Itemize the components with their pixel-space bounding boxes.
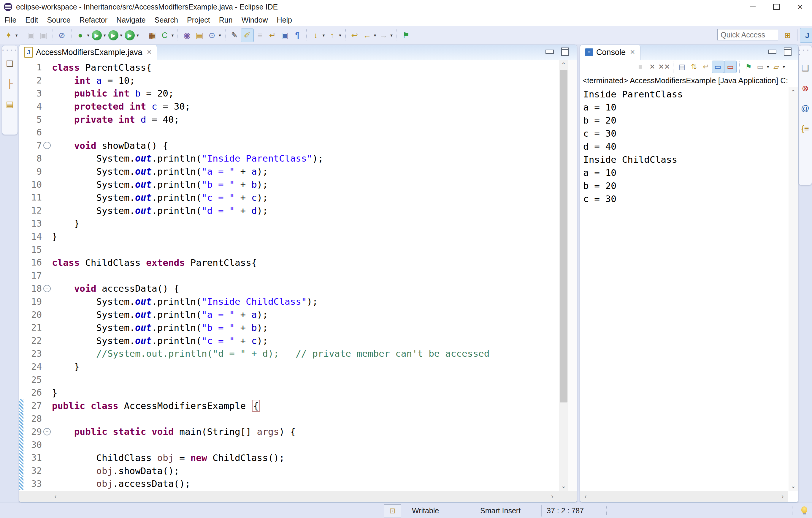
javadoc-view-icon[interactable]: @: [799, 101, 811, 116]
code-text[interactable]: }: [52, 231, 58, 242]
code-text[interactable]: protected int c = 30;: [52, 101, 191, 112]
open-resource-icon[interactable]: ▤: [193, 29, 206, 42]
code-text[interactable]: obj.accessData();: [52, 478, 191, 489]
coverage-icon[interactable]: ▶: [107, 29, 120, 42]
code-text[interactable]: System.out.println("c = " + c);: [52, 335, 268, 346]
console-output[interactable]: Inside ParentClassa = 10b = 20c = 30d = …: [580, 87, 788, 491]
open-console-dropdown-icon[interactable]: ▾: [783, 64, 785, 70]
new-wizard-icon[interactable]: ✦: [2, 29, 15, 42]
code-text[interactable]: void showData() {: [52, 140, 168, 151]
terminate-icon[interactable]: ■: [635, 61, 646, 73]
menu-window[interactable]: Window: [237, 13, 272, 26]
remove-all-terminated-icon[interactable]: ✕✕: [658, 61, 670, 73]
scroll-left-icon[interactable]: ‹: [580, 491, 591, 502]
previous-annotation-icon[interactable]: ↑: [326, 29, 338, 42]
maximize-view-icon[interactable]: [783, 48, 792, 56]
minimize-view-icon[interactable]: [768, 48, 777, 56]
forward-dropdown-icon[interactable]: ▾: [390, 33, 393, 38]
display-console-dropdown-icon[interactable]: ▾: [767, 64, 769, 70]
code-text[interactable]: }: [52, 361, 80, 372]
scroll-down-icon[interactable]: ⌄: [788, 481, 798, 491]
dock-handle[interactable]: ▪ ▪ ▪ ▪: [2, 48, 17, 52]
scroll-up-icon[interactable]: ⌃: [788, 87, 798, 97]
editor-horizontal-scrollbar[interactable]: ‹ ›: [19, 491, 577, 502]
save-all-icon[interactable]: ▣: [37, 29, 50, 42]
back-icon[interactable]: ←: [361, 29, 373, 42]
external-tools-icon[interactable]: ▶: [123, 29, 136, 42]
problems-view-icon[interactable]: ⊗: [799, 81, 811, 96]
debug-icon[interactable]: ●: [74, 29, 87, 42]
scroll-down-icon[interactable]: ⌄: [559, 481, 568, 491]
code-text[interactable]: public class AccessModifiersExample {: [52, 400, 260, 411]
status-tool-icon[interactable]: ⊡: [384, 505, 401, 517]
menu-run[interactable]: Run: [214, 13, 237, 26]
back-dropdown-icon[interactable]: ▾: [374, 33, 376, 38]
restore-views-icon[interactable]: ❏: [799, 60, 811, 76]
search-dropdown-icon[interactable]: ▾: [219, 33, 221, 38]
code-text[interactable]: System.out.println("b = " + b);: [52, 179, 268, 190]
scrollbar-thumb[interactable]: [560, 70, 568, 403]
open-type-icon[interactable]: ◉: [181, 29, 193, 42]
show-stderr-icon[interactable]: ▭: [724, 61, 736, 73]
menu-help[interactable]: Help: [272, 13, 296, 26]
new-java-class-dropdown-icon[interactable]: ▾: [172, 33, 174, 38]
scroll-up-icon[interactable]: ⌃: [559, 60, 568, 70]
word-wrap-icon[interactable]: ↵: [700, 61, 712, 73]
run-icon[interactable]: ▶: [90, 29, 103, 42]
previous-annotation-dropdown-icon[interactable]: ▾: [339, 33, 341, 38]
close-button[interactable]: ×: [788, 0, 812, 13]
new-wizard-dropdown-icon[interactable]: ▾: [16, 33, 18, 38]
format-icon[interactable]: ≡: [254, 29, 266, 42]
coverage-dropdown-icon[interactable]: ▾: [120, 33, 122, 38]
maximize-view-icon[interactable]: [561, 48, 570, 56]
code-text[interactable]: }: [52, 218, 80, 229]
java-perspective-button[interactable]: J: [800, 28, 812, 43]
declaration-view-icon[interactable]: {≡: [799, 121, 811, 136]
mark-occurrences-icon[interactable]: ✎: [228, 29, 241, 42]
next-annotation-icon[interactable]: ↓: [310, 29, 322, 42]
code-text[interactable]: System.out.println("b = " + b);: [52, 322, 268, 333]
console-horizontal-scrollbar[interactable]: ‹ ›: [580, 491, 788, 502]
code-editor[interactable]: 1class ParentClass{2 int a = 10;3 public…: [19, 60, 577, 491]
show-stdout-icon[interactable]: ▭: [712, 61, 724, 73]
code-text[interactable]: obj.showData();: [52, 465, 179, 476]
pin-editor-icon[interactable]: ⚑: [400, 29, 412, 42]
code-text[interactable]: void accessData() {: [52, 283, 179, 294]
status-grip[interactable]: [792, 507, 792, 515]
save-icon[interactable]: ▣: [25, 29, 37, 42]
fold-collapse-icon[interactable]: −: [42, 142, 52, 149]
code-text[interactable]: class ChildClass extends ParentClass{: [52, 257, 257, 268]
code-text[interactable]: ChildClass obj = new ChildClass();: [52, 452, 285, 463]
new-java-project-icon[interactable]: ▦: [146, 29, 158, 42]
code-text[interactable]: System.out.println("Inside ParentClass")…: [52, 153, 323, 164]
display-console-icon[interactable]: ▭: [754, 61, 766, 73]
code-text[interactable]: System.out.println("Inside ChildClass");: [52, 296, 318, 307]
new-java-class-icon[interactable]: C: [158, 29, 171, 42]
tab-close-icon[interactable]: ✕: [147, 48, 152, 56]
fold-collapse-icon[interactable]: −: [42, 428, 52, 435]
show-selected-element-icon[interactable]: ▣: [279, 29, 291, 42]
menu-project[interactable]: Project: [182, 13, 214, 26]
scroll-right-icon[interactable]: ›: [777, 491, 788, 502]
restore-views-icon[interactable]: ❏: [4, 56, 16, 71]
run-dropdown-icon[interactable]: ▾: [104, 33, 106, 38]
code-text[interactable]: private int d = 40;: [52, 114, 179, 125]
open-perspective-button[interactable]: ⊞: [781, 28, 795, 43]
next-annotation-dropdown-icon[interactable]: ▾: [323, 33, 325, 38]
minimize-button[interactable]: [741, 0, 764, 13]
minimize-view-icon[interactable]: [545, 48, 554, 56]
console-vertical-scrollbar[interactable]: ⌃ ⌄: [788, 87, 798, 491]
console-tab[interactable]: ≡ Console ✕: [580, 45, 640, 60]
editor-tab[interactable]: J AccessModifiersExample.java ✕: [19, 45, 157, 60]
last-edit-location-icon[interactable]: ↩: [348, 29, 361, 42]
remove-launch-icon[interactable]: ✕: [646, 61, 658, 73]
code-text[interactable]: int a = 10;: [52, 75, 135, 86]
open-console-icon[interactable]: ▱: [770, 61, 782, 73]
skip-breakpoints-icon[interactable]: ⊘: [56, 29, 68, 42]
highlight-marker-icon[interactable]: ✐: [241, 28, 254, 42]
menu-edit[interactable]: Edit: [21, 13, 42, 26]
menu-file[interactable]: File: [0, 13, 21, 26]
code-text[interactable]: //System.out.println("d = " + d); // pri…: [52, 348, 489, 359]
show-whitespace-icon[interactable]: ¶: [291, 29, 303, 42]
overview-ruler[interactable]: [568, 60, 577, 491]
